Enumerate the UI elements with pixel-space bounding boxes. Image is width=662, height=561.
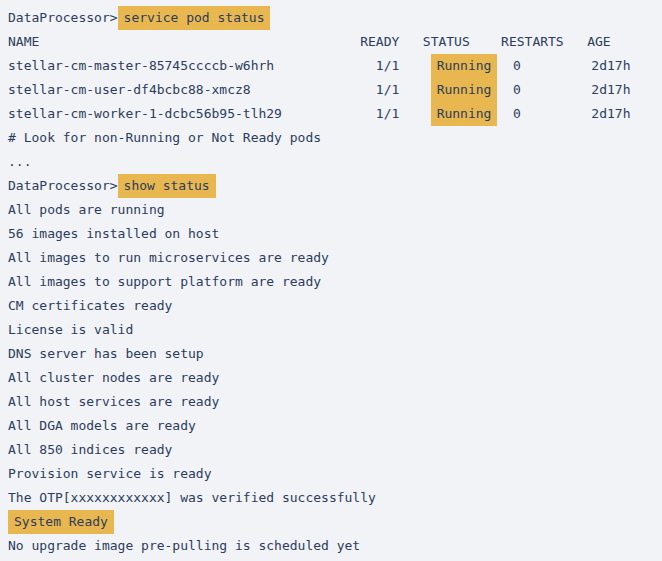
- ellipsis-text: ...: [8, 154, 31, 169]
- status-message-line: All host services are ready: [8, 390, 662, 414]
- command-line: DataProcessor>show status: [8, 174, 662, 198]
- ellipsis-line: ...: [8, 150, 662, 174]
- status-message-text: 56 images installed on host: [8, 226, 219, 241]
- status-message-line: The OTP[xxxxxxxxxxxx] was verified succe…: [8, 486, 662, 510]
- pod-table-header: NAME READY STATUS RESTARTS AGE: [8, 30, 662, 54]
- prompt-label: DataProcessor>: [8, 178, 118, 193]
- status-message-text: All pods are running: [8, 202, 165, 217]
- comment-line: # Look for non-Running or Not Ready pods: [8, 126, 662, 150]
- status-message-text: CM certificates ready: [8, 298, 172, 313]
- pod-name-and-ready: stellar-cm-worker-1-dcbc56b95-tlh29 1/1: [8, 106, 431, 121]
- system-ready-highlight: System Ready: [8, 510, 114, 534]
- pod-table-row: stellar-cm-user-df4bcbc88-xmcz8 1/1 Runn…: [8, 78, 662, 102]
- pod-restarts-and-age: 0 2d17h: [497, 58, 630, 73]
- status-message-line: All images to support platform are ready: [8, 270, 662, 294]
- command-highlight: service pod status: [118, 6, 271, 30]
- system-ready-line: System Ready: [8, 510, 662, 534]
- status-message-text: All images to run microservices are read…: [8, 250, 329, 265]
- terminal-output[interactable]: DataProcessor>service pod statusNAME REA…: [0, 0, 662, 561]
- pod-name-and-ready: stellar-cm-master-85745ccccb-w6hrh 1/1: [8, 58, 431, 73]
- command-line: DataProcessor>service pod status: [8, 6, 662, 30]
- status-message-text: All images to support platform are ready: [8, 274, 321, 289]
- prompt-label: DataProcessor>: [8, 10, 118, 25]
- status-message-line: Provision service is ready: [8, 462, 662, 486]
- pod-table-row: stellar-cm-worker-1-dcbc56b95-tlh29 1/1 …: [8, 102, 662, 126]
- status-message-line: All pods are running: [8, 198, 662, 222]
- status-message-text: DNS server has been setup: [8, 346, 204, 361]
- status-message-line: No upgrade image pre-pulling is schedule…: [8, 534, 662, 558]
- status-message-line: All cluster nodes are ready: [8, 366, 662, 390]
- comment-text: # Look for non-Running or Not Ready pods: [8, 130, 321, 145]
- pod-restarts-and-age: 0 2d17h: [497, 82, 630, 97]
- pod-table-header-text: NAME READY STATUS RESTARTS AGE: [8, 34, 611, 49]
- pod-table-row: stellar-cm-master-85745ccccb-w6hrh 1/1 R…: [8, 54, 662, 78]
- status-message-text: All cluster nodes are ready: [8, 370, 219, 385]
- status-message-line: All images to run microservices are read…: [8, 246, 662, 270]
- status-running-highlight: Running: [431, 78, 498, 102]
- status-message-text: All host services are ready: [8, 394, 219, 409]
- pod-name-and-ready: stellar-cm-user-df4bcbc88-xmcz8 1/1: [8, 82, 431, 97]
- status-message-text: All DGA models are ready: [8, 418, 196, 433]
- status-running-highlight: Running: [431, 102, 498, 126]
- status-message-line: License is valid: [8, 318, 662, 342]
- status-message-text: Provision service is ready: [8, 466, 212, 481]
- command-highlight: show status: [118, 174, 216, 198]
- status-message-line: All 850 indices ready: [8, 438, 662, 462]
- pod-restarts-and-age: 0 2d17h: [497, 106, 630, 121]
- status-message-line: CM certificates ready: [8, 294, 662, 318]
- status-message-text: All 850 indices ready: [8, 442, 172, 457]
- status-message-line: DNS server has been setup: [8, 342, 662, 366]
- status-message-line: 56 images installed on host: [8, 222, 662, 246]
- status-message-text: No upgrade image pre-pulling is schedule…: [8, 538, 360, 553]
- status-message-text: The OTP[xxxxxxxxxxxx] was verified succe…: [8, 490, 376, 505]
- status-message-line: All DGA models are ready: [8, 414, 662, 438]
- status-running-highlight: Running: [431, 54, 498, 78]
- status-message-text: License is valid: [8, 322, 133, 337]
